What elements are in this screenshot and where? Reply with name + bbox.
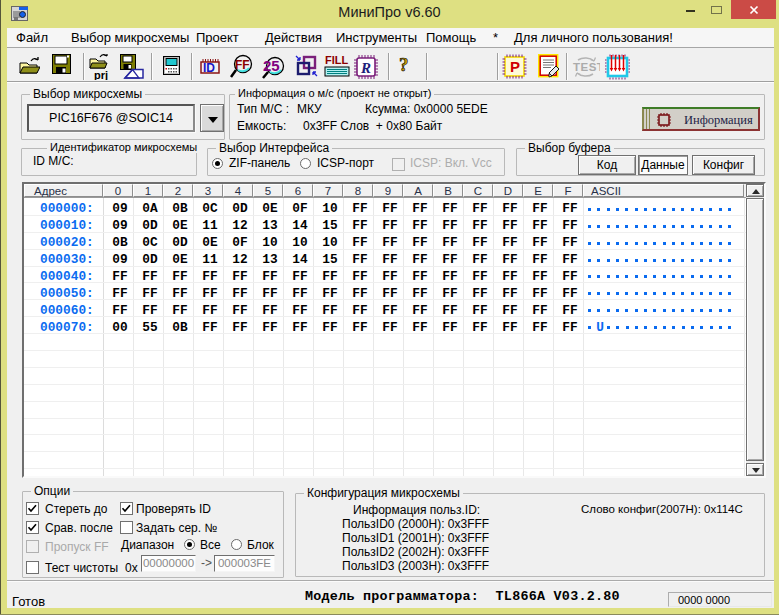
svg-text:TEST: TEST xyxy=(573,61,600,73)
svg-text:R: R xyxy=(360,60,371,76)
svg-text:prj: prj xyxy=(94,69,108,80)
svg-text:FILL: FILL xyxy=(325,54,348,66)
svg-text:FF: FF xyxy=(235,58,250,72)
svg-text:ID: ID xyxy=(203,61,215,74)
svg-text:P: P xyxy=(510,58,520,75)
svg-text:?: ? xyxy=(399,54,409,75)
svg-text:25: 25 xyxy=(263,57,280,74)
